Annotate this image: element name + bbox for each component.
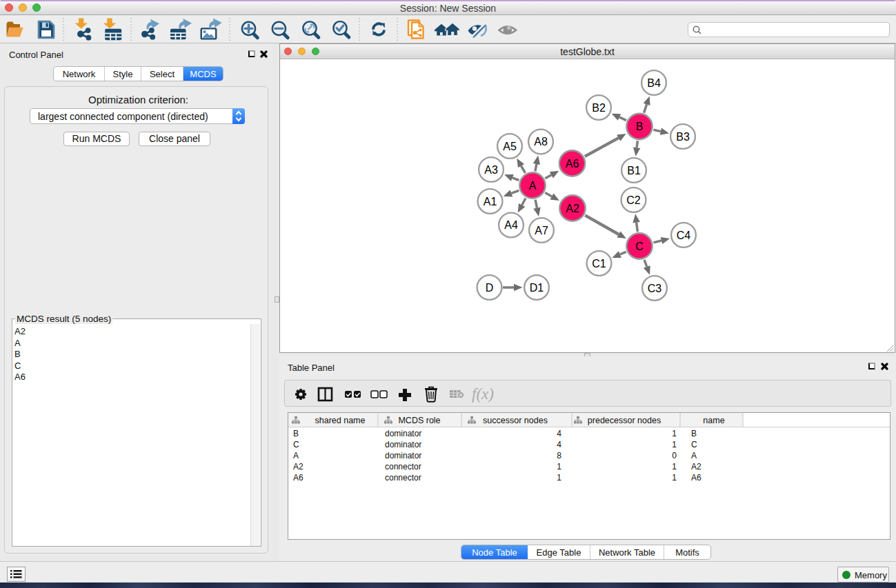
svg-text:name: name <box>703 416 724 425</box>
svg-text:A5: A5 <box>503 141 517 152</box>
svg-text:D: D <box>486 282 494 294</box>
svg-text:C4: C4 <box>677 230 691 241</box>
svg-text:shared name: shared name <box>315 416 366 425</box>
svg-text:A7: A7 <box>535 225 548 236</box>
svg-text:B: B <box>636 121 644 132</box>
svg-text:B1: B1 <box>627 165 641 176</box>
svg-text:B4: B4 <box>647 77 661 89</box>
svg-text:C2: C2 <box>626 194 641 206</box>
svg-text:B3: B3 <box>676 131 690 143</box>
svg-text:C1: C1 <box>592 258 606 270</box>
svg-text:A: A <box>529 180 537 192</box>
svg-text:A6: A6 <box>566 158 579 170</box>
svg-text:f(x): f(x) <box>472 385 494 403</box>
svg-text:A8: A8 <box>534 136 548 148</box>
svg-text:A1: A1 <box>484 196 497 207</box>
svg-text:A2: A2 <box>566 203 579 214</box>
svg-text:C: C <box>635 241 644 252</box>
svg-text:MCDS role: MCDS role <box>398 416 440 425</box>
svg-text:C3: C3 <box>648 283 662 294</box>
svg-text:predecessor nodes: predecessor nodes <box>588 416 661 425</box>
svg-text:B2: B2 <box>592 102 606 114</box>
svg-text:A4: A4 <box>504 219 518 231</box>
svg-text:A3: A3 <box>484 164 498 176</box>
svg-text:successor nodes: successor nodes <box>483 416 548 425</box>
svg-text:D1: D1 <box>530 282 544 294</box>
